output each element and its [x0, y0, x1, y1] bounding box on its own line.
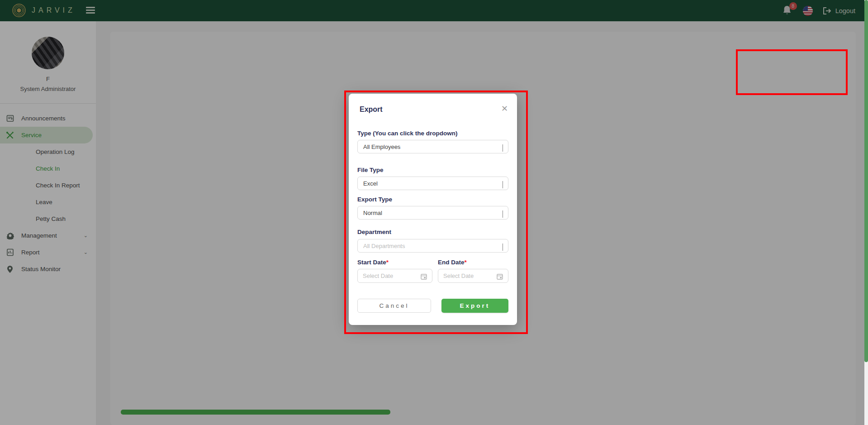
vertical-scrollbar-track[interactable]: [864, 0, 868, 425]
vertical-scrollbar-thumb[interactable]: [864, 0, 868, 362]
annotation-rect-export-button: [736, 49, 848, 95]
annotation-rect-modal: [344, 91, 528, 334]
